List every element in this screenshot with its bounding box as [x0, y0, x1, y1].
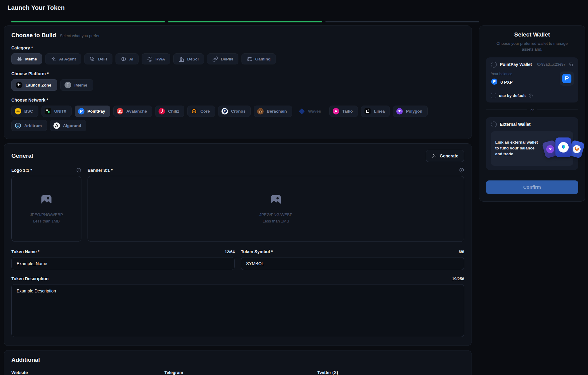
- linea-icon: [364, 108, 371, 115]
- cronos-icon: C: [221, 108, 228, 115]
- network-chip-unit0[interactable]: UNIT0: [41, 106, 72, 117]
- logo-label: Logo 1:1 *: [11, 168, 32, 173]
- network-chip-linea[interactable]: Linea: [361, 106, 390, 117]
- category-chip-ai-agent[interactable]: AI Agent: [45, 53, 81, 64]
- token-symbol-counter: 6/8: [459, 249, 464, 254]
- banner-label: Banner 3:1 *: [88, 168, 113, 173]
- banner-upload-dropzone[interactable]: JPEG/PNG/WEBP Less than 1MB: [88, 176, 464, 242]
- wand-icon: [432, 153, 437, 159]
- network-chip-berachain[interactable]: Berachain: [254, 106, 292, 117]
- avalanche-icon: [116, 108, 123, 115]
- platform-chip-imeme[interactable]: iMeme: [60, 79, 93, 91]
- info-icon[interactable]: [76, 168, 81, 173]
- content-layout: Choose to Build Select what you prefer C…: [0, 22, 588, 375]
- external-wallet-radio[interactable]: [491, 122, 497, 127]
- network-chip-taiko[interactable]: Taiko: [329, 106, 358, 117]
- category-chip-rwa[interactable]: RWA: [142, 53, 170, 64]
- category-chip-defi[interactable]: DeFi: [84, 53, 112, 64]
- algorand-icon: [53, 122, 60, 129]
- category-chip-meme[interactable]: Meme: [11, 53, 42, 64]
- page-title: Launch Your Token: [7, 4, 588, 11]
- polygon-icon: [396, 108, 403, 115]
- token-name-input[interactable]: [11, 257, 235, 270]
- network-chip-bsc[interactable]: BSC: [11, 106, 38, 117]
- microscope-icon: [178, 56, 184, 62]
- copy-address-icon[interactable]: [569, 62, 573, 67]
- network-chip-pointpay[interactable]: P PointPay: [75, 106, 111, 117]
- network-chip-arbitrum[interactable]: Arbitrum: [11, 120, 47, 131]
- logo-upload-dropzone[interactable]: JPEG/PNG/WEBP Less than 1MB: [11, 176, 81, 242]
- pointpay-icon: P: [78, 108, 85, 115]
- berachain-icon: [257, 108, 264, 115]
- or-divider: or: [486, 108, 578, 112]
- twitter-x-label: Twitter (X): [317, 370, 464, 375]
- use-by-default-checkbox[interactable]: [491, 93, 496, 98]
- network-chip-core[interactable]: Core: [187, 106, 215, 117]
- page-header: Launch Your Token: [0, 0, 588, 22]
- pointpay-wallet-card[interactable]: PointPay Wallet 0x93ad...c23e97 Your bal…: [486, 57, 578, 102]
- svg-text:P: P: [493, 79, 496, 84]
- choose-to-build-title: Choose to Build: [11, 32, 56, 39]
- network-chip-waves: Waves: [295, 106, 326, 117]
- token-description-input[interactable]: Example Description: [11, 284, 464, 337]
- choose-to-build-card: Choose to Build Select what you prefer C…: [4, 25, 472, 139]
- category-chip-desci[interactable]: DeSci: [173, 53, 204, 64]
- additional-field: Telegram: [164, 370, 311, 375]
- pointpay-wallet-radio[interactable]: [491, 62, 497, 68]
- pointpay-wallet-address: 0x93ad...c23e97: [537, 62, 566, 67]
- token-symbol-input[interactable]: [241, 257, 464, 270]
- taiko-icon: [332, 108, 339, 115]
- token-description-counter: 19/256: [452, 276, 464, 281]
- meme-icon: [17, 56, 22, 62]
- balance-value: 0 PXP: [500, 80, 513, 85]
- network-chip-cronos[interactable]: C Cronos: [218, 106, 251, 117]
- network-chip-chiliz[interactable]: Chiliz: [155, 106, 184, 117]
- svg-text:P: P: [80, 109, 82, 114]
- platform-chip-launch-zone[interactable]: Launch Zone: [11, 79, 57, 91]
- trust-wallet-icon: [555, 137, 571, 157]
- wallet-sidebar: Select Wallet Choose your preferred wall…: [479, 25, 585, 202]
- bsc-icon: [14, 108, 22, 115]
- core-icon: [190, 108, 198, 115]
- link-icon: [212, 56, 218, 62]
- additional-fields: Website Telegram Twitter (X): [11, 370, 464, 375]
- website-label: Website: [11, 370, 158, 375]
- generate-button[interactable]: Generate: [426, 150, 464, 162]
- general-title: General: [11, 153, 33, 159]
- token-name-counter: 12/64: [225, 249, 235, 254]
- pointpay-logo-tile: P: [560, 72, 574, 86]
- sparkles-icon: [50, 56, 56, 62]
- category-label: Category *: [11, 45, 464, 50]
- progress-step-todo: [325, 21, 479, 22]
- pointpay-logo: P: [562, 74, 571, 83]
- upload-hint: JPEG/PNG/WEBP Less than 1MB: [30, 212, 63, 224]
- external-wallet-card[interactable]: External Wallet Link an external wallet …: [486, 117, 578, 170]
- confirm-button[interactable]: Confirm: [486, 180, 578, 194]
- category-chip-depin[interactable]: DePIN: [207, 53, 238, 64]
- platform-label: Choose Platform *: [11, 71, 464, 76]
- category-chip-ai[interactable]: AI: [116, 53, 139, 64]
- network-chip-group: BSC UNIT0 P PointPay Avalanche Chiliz Co…: [11, 106, 464, 131]
- token-symbol-label: Token Symbol *: [241, 249, 273, 254]
- network-chip-algorand[interactable]: Algorand: [50, 120, 86, 131]
- info-icon[interactable]: [459, 168, 464, 173]
- token-description-label: Token Description: [11, 276, 49, 281]
- category-chip-gaming[interactable]: Gaming: [241, 53, 276, 64]
- network-chip-polygon[interactable]: Polygon: [393, 106, 427, 117]
- pxp-coin-icon: P: [491, 78, 498, 86]
- waves-icon: [298, 108, 305, 115]
- unit0-icon: [45, 108, 52, 115]
- chiliz-icon: [158, 108, 165, 115]
- launch-zone-icon: [15, 81, 23, 89]
- info-icon[interactable]: [528, 93, 533, 98]
- additional-field: Website: [11, 370, 158, 375]
- use-by-default-label: use by default: [499, 93, 526, 98]
- additional-card: Additional Website Telegram Twitter (X): [4, 350, 472, 375]
- network-chip-avalanche[interactable]: Avalanche: [113, 106, 152, 117]
- external-wallet-description: Link an external wallet to fund your bal…: [495, 140, 540, 157]
- platform-chip-group: Launch Zone iMeme: [11, 79, 464, 91]
- upload-hint: JPEG/PNG/WEBP Less than 1MB: [259, 212, 292, 224]
- additional-field: Twitter (X): [317, 370, 464, 375]
- generate-button-label: Generate: [440, 153, 458, 158]
- choose-to-build-subtitle: Select what you prefer: [60, 33, 100, 38]
